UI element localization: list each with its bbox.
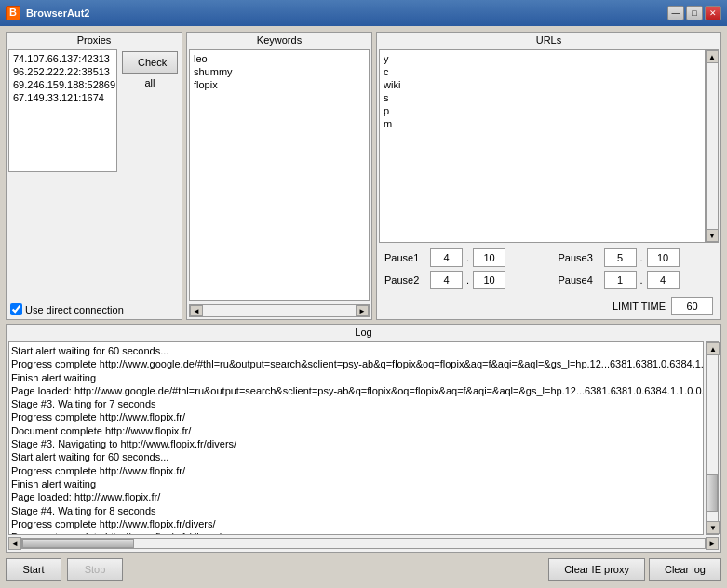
list-item: Page loaded: http://www.flopix.fr/	[11, 490, 701, 503]
pause4-input1[interactable]	[604, 271, 637, 289]
list-item: Document complete http://www.flopix.fr/d…	[11, 530, 701, 535]
list-item: Stage #4. Waiting for 8 seconds	[11, 504, 701, 517]
pause4-label: Pause4	[559, 274, 600, 286]
clear-log-button[interactable]: Clear log	[649, 558, 721, 581]
pause2-row: Pause2 .	[384, 271, 540, 289]
log-title: Log	[7, 325, 720, 340]
list-item[interactable]: c	[382, 65, 703, 78]
pause3-input1[interactable]	[604, 248, 637, 267]
list-item[interactable]: shummy	[192, 65, 367, 78]
pause3-input2[interactable]	[647, 248, 680, 267]
hscroll-right-arrow[interactable]: ►	[356, 305, 369, 316]
urls-title: URLs	[377, 33, 720, 47]
list-item: Start alert waiting for 60 seconds...	[11, 450, 701, 463]
list-item: Progress complete http://www.flopix.fr/	[11, 464, 701, 477]
pause1-input2[interactable]	[473, 248, 505, 267]
list-item: Document complete http://www.flopix.fr/	[11, 424, 701, 437]
minimize-button[interactable]: —	[667, 6, 684, 20]
start-button[interactable]: Start	[6, 558, 61, 581]
log-hscroll-track	[21, 538, 706, 549]
log-hscroll-thumb[interactable]	[22, 539, 134, 548]
list-item[interactable]: m	[382, 117, 703, 130]
pause2-label: Pause2	[384, 274, 426, 286]
pause2-input1[interactable]	[430, 271, 463, 289]
list-item: Start alert waiting for 60 seconds...	[11, 344, 701, 357]
log-section: Log Start alert waiting for 60 seconds..…	[6, 324, 721, 553]
log-scroll-thumb[interactable]	[707, 474, 718, 512]
clear-proxy-button[interactable]: Clear IE proxy	[548, 558, 645, 581]
list-item[interactable]: s	[382, 91, 703, 104]
window-controls: — □ ✕	[667, 6, 721, 20]
direct-connection-checkbox[interactable]	[10, 303, 22, 315]
list-item[interactable]: 67.149.33.121:1674	[11, 91, 114, 104]
keywords-title: Keywords	[187, 33, 371, 47]
list-item: Stage #3. Navigating to http://www.flopi…	[11, 437, 701, 450]
list-item[interactable]: y	[382, 52, 703, 65]
limit-time-input[interactable]	[671, 297, 713, 315]
pause3-row: Pause3 .	[559, 248, 714, 267]
proxies-panel: Proxies 74.107.66.137:4231396.252.222.22…	[6, 32, 182, 320]
list-item[interactable]: 69.246.159.188:52869	[11, 78, 114, 91]
check-all-button[interactable]: Check all	[122, 51, 178, 74]
pause4-row: Pause4 .	[559, 271, 714, 289]
proxies-title: Proxies	[7, 33, 182, 47]
proxy-list[interactable]: 74.107.66.137:4231396.252.222.22:3851369…	[8, 49, 117, 172]
limit-time-row: LIMIT TIME	[377, 293, 720, 319]
keywords-panel: Keywords leoshummyflopix ◄ ►	[186, 32, 372, 320]
pause4-input2[interactable]	[647, 271, 680, 289]
stop-button[interactable]: Stop	[67, 558, 123, 581]
maximize-button[interactable]: □	[686, 6, 703, 20]
list-item: Page loaded: http://www.google.de/#thl=r…	[11, 384, 701, 397]
app-title: BrowserAut2	[26, 7, 89, 19]
keywords-list[interactable]: leoshummyflopix	[189, 49, 370, 301]
log-scroll-down[interactable]: ▼	[707, 521, 720, 534]
limit-time-label: LIMIT TIME	[613, 301, 666, 312]
urls-scroll-down[interactable]: ▼	[706, 229, 719, 242]
list-item: Finish alert waiting	[11, 477, 701, 490]
list-item[interactable]: 96.252.222.22:38513	[11, 65, 114, 78]
list-item: Finish alert waiting	[11, 371, 701, 384]
bottom-bar: Start Stop Clear IE proxy Clear log	[6, 556, 721, 582]
list-item[interactable]: p	[382, 104, 703, 117]
pause1-input1[interactable]	[430, 248, 463, 267]
list-item[interactable]: wiki	[382, 78, 703, 91]
list-item: Progress complete http://www.flopix.fr/d…	[11, 517, 701, 530]
log-content[interactable]: Start alert waiting for 60 seconds...Pro…	[8, 341, 704, 535]
keywords-hscrollbar[interactable]: ◄ ►	[189, 304, 370, 317]
urls-list[interactable]: ycwikispm	[379, 49, 706, 243]
urls-panel: URLs ycwikispm ▲ ▼ Pause1 . Pause3	[376, 32, 721, 320]
svg-text:B: B	[9, 7, 17, 18]
list-item[interactable]: flopix	[192, 78, 367, 91]
log-hscrollbar[interactable]: ◄ ►	[8, 537, 719, 550]
urls-scroll-track	[707, 63, 718, 229]
app-icon: B	[6, 6, 20, 20]
pause1-row: Pause1 .	[384, 248, 540, 267]
close-button[interactable]: ✕	[705, 6, 721, 20]
list-item: Progress complete http://www.flopix.fr/	[11, 410, 701, 423]
direct-connection-label[interactable]: Use direct connection	[10, 303, 124, 315]
log-vscrollbar[interactable]: ▲ ▼	[706, 341, 719, 535]
list-item[interactable]: leo	[192, 52, 367, 65]
hscroll-left-arrow[interactable]: ◄	[190, 305, 203, 316]
log-scroll-up[interactable]: ▲	[707, 342, 720, 355]
log-scroll-track	[707, 355, 718, 521]
urls-vscrollbar[interactable]: ▲ ▼	[706, 49, 719, 243]
log-hscroll-left[interactable]: ◄	[8, 537, 21, 550]
hscroll-track	[203, 305, 356, 316]
list-item[interactable]: 74.107.66.137:42313	[11, 52, 114, 65]
urls-scroll-up[interactable]: ▲	[706, 50, 719, 63]
log-hscroll-right[interactable]: ►	[706, 537, 719, 550]
pause3-label: Pause3	[559, 252, 600, 263]
list-item: Progress complete http://www.google.de/#…	[11, 357, 701, 370]
pause1-label: Pause1	[384, 252, 426, 263]
list-item: Stage #3. Waiting for 7 seconds	[11, 397, 701, 410]
pause2-input2[interactable]	[473, 271, 505, 289]
title-bar: B BrowserAut2 — □ ✕	[0, 0, 727, 26]
